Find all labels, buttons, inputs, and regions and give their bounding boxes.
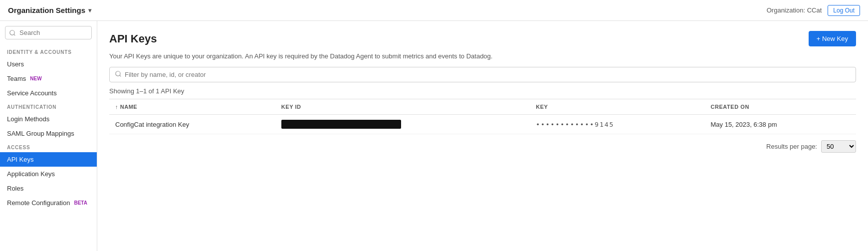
sidebar-item-label: Remote Configuration [7,199,70,207]
main-title-row: API Keys + New Key [109,31,856,46]
svg-point-0 [116,71,120,76]
sidebar-item-users[interactable]: Users [0,57,97,71]
sidebar-item-service-accounts[interactable]: Service Accounts [0,86,97,100]
col-header-key-id: KEY ID [275,99,530,115]
badge-new: NEW [30,76,41,81]
sidebar-item-roles[interactable]: Roles [0,181,97,196]
sidebar: IDENTITY & ACCOUNTS Users Teams NEW Serv… [0,21,97,251]
badge-beta: BETA [74,200,87,206]
page-title: API Keys [109,32,157,45]
results-per-page-label: Results per page: [766,143,817,150]
sidebar-item-label: Application Keys [7,170,55,178]
search-input[interactable] [5,26,92,39]
sidebar-search-container [5,26,92,39]
results-per-page: Results per page: 10 25 50 100 [109,140,856,153]
sidebar-item-login-methods[interactable]: Login Methods [0,112,97,126]
section-label-access: ACCESS [0,141,97,152]
col-header-key: KEY [530,99,704,115]
col-header-created-on: CREATED ON [704,99,856,115]
org-settings-title[interactable]: Organization Settings ▾ [8,6,91,14]
top-header: Organization Settings ▾ Organization: CC… [0,0,868,21]
filter-bar [109,67,856,82]
results-per-page-select[interactable]: 10 25 50 100 [821,140,856,153]
filter-search-icon [115,70,122,79]
col-header-name[interactable]: ↑ NAME [109,99,275,115]
sidebar-item-api-keys[interactable]: API Keys [0,152,97,167]
sidebar-item-remote-configuration[interactable]: Remote Configuration BETA [0,196,97,210]
section-label-authentication: AUTHENTICATION [0,100,97,112]
logout-button[interactable]: Log Out [828,5,860,16]
sidebar-item-label: Service Accounts [7,89,57,97]
api-keys-table: ↑ NAME KEY ID KEY CREATED ON ConfigCat i… [109,99,856,134]
description-text: Your API Keys are unique to your organiz… [109,52,856,60]
sidebar-item-application-keys[interactable]: Application Keys [0,167,97,181]
sidebar-item-teams[interactable]: Teams NEW [0,71,97,86]
cell-created-on: May 15, 2023, 6:38 pm [704,115,856,134]
sort-arrow-icon: ↑ [115,104,120,110]
chevron-down-icon: ▾ [88,7,91,14]
filter-input[interactable] [125,71,851,78]
table-row: ConfigCat integration KeyREDACTED•••••••… [109,115,856,134]
showing-text: Showing 1–1 of 1 API Key [109,87,856,95]
org-settings-label: Organization Settings [8,6,85,14]
sidebar-item-label: Login Methods [7,115,49,123]
cell-key: ••••••••••••9145 [530,115,704,134]
cell-key-id: REDACTED [275,115,530,134]
sidebar-item-label: SAML Group Mappings [7,130,74,137]
sidebar-item-saml-group-mappings[interactable]: SAML Group Mappings [0,126,97,141]
header-right: Organization: CCat Log Out [767,5,860,16]
cell-name: ConfigCat integration Key [109,115,275,134]
section-label-identity: IDENTITY & ACCOUNTS [0,45,97,57]
sidebar-item-label: Roles [7,185,23,192]
sidebar-item-label: API Keys [7,156,33,163]
sidebar-item-label: Teams [7,75,26,82]
app-layout: IDENTITY & ACCOUNTS Users Teams NEW Serv… [0,21,868,251]
sidebar-item-label: Users [7,60,24,68]
main-content: API Keys + New Key Your API Keys are uni… [97,21,868,251]
org-label: Organization: CCat [767,6,822,14]
new-key-button[interactable]: + New Key [809,31,856,46]
